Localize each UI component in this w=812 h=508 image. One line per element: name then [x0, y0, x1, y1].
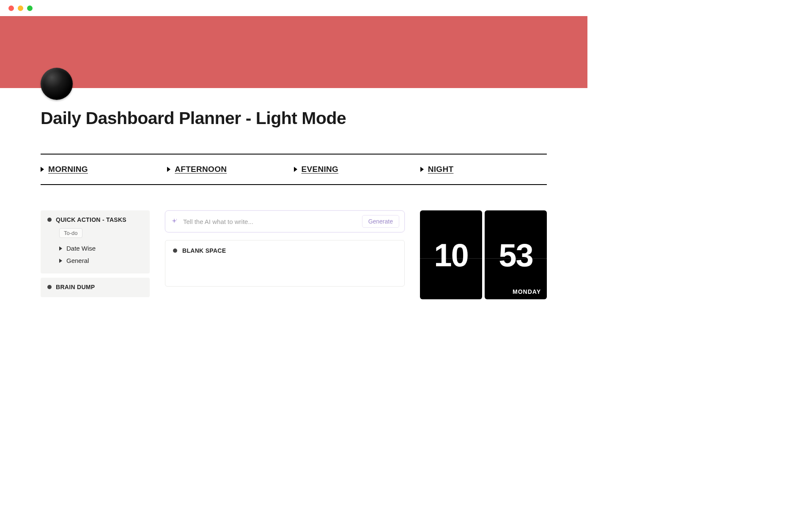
- list-item[interactable]: Date Wise: [59, 242, 143, 254]
- window-titlebar: [0, 0, 587, 16]
- brain-dump-card[interactable]: BRAIN DUMP: [41, 278, 150, 297]
- sparkle-icon: [170, 218, 178, 225]
- close-window-button[interactable]: [8, 6, 14, 11]
- flip-clock-widget: 10 53 MONDAY: [420, 210, 547, 299]
- ai-prompt-box: Generate: [165, 210, 405, 232]
- bullet-icon: [47, 285, 52, 289]
- todo-pill[interactable]: To-do: [59, 228, 82, 238]
- section-label: EVENING: [302, 165, 339, 174]
- clock-minutes-card: 53 MONDAY: [485, 210, 547, 299]
- section-afternoon[interactable]: AFTERNOON: [167, 165, 294, 174]
- section-night[interactable]: NIGHT: [420, 165, 547, 174]
- list-item-label: General: [66, 257, 89, 264]
- triangle-right-icon: [167, 167, 170, 172]
- page-title[interactable]: Daily Dashboard Planner - Light Mode: [41, 88, 547, 128]
- brain-dump-title: BRAIN DUMP: [56, 284, 95, 290]
- triangle-right-icon: [420, 167, 424, 172]
- clock-hours-card: 10: [420, 210, 482, 299]
- list-item[interactable]: General: [59, 254, 143, 267]
- list-item-label: Date Wise: [66, 245, 96, 252]
- bullet-icon: [173, 248, 177, 253]
- triangle-right-icon: [59, 246, 62, 251]
- clock-day: MONDAY: [513, 288, 541, 295]
- triangle-right-icon: [41, 167, 44, 172]
- section-morning[interactable]: MORNING: [41, 165, 167, 174]
- minimize-window-button[interactable]: [18, 6, 23, 11]
- section-label: AFTERNOON: [175, 165, 227, 174]
- page-cover[interactable]: [0, 16, 587, 88]
- triangle-right-icon: [294, 167, 297, 172]
- blank-space-title: BLANK SPACE: [182, 247, 226, 254]
- blank-space-card[interactable]: BLANK SPACE: [165, 240, 405, 287]
- triangle-right-icon: [59, 259, 62, 263]
- ai-prompt-input[interactable]: [183, 218, 357, 225]
- clock-hours: 10: [434, 237, 468, 273]
- time-sections-bar: MORNING AFTERNOON EVENING NIGHT: [41, 154, 547, 185]
- bullet-icon: [47, 218, 52, 222]
- section-label: NIGHT: [428, 165, 454, 174]
- page-icon[interactable]: [41, 68, 73, 100]
- maximize-window-button[interactable]: [27, 6, 33, 11]
- generate-button[interactable]: Generate: [362, 215, 399, 228]
- section-evening[interactable]: EVENING: [294, 165, 420, 174]
- clock-minutes: 53: [499, 237, 533, 273]
- quick-action-title: QUICK ACTION - TASKS: [56, 216, 126, 223]
- section-label: MORNING: [48, 165, 88, 174]
- quick-action-card[interactable]: QUICK ACTION - TASKS To-do Date Wise Gen…: [41, 210, 150, 273]
